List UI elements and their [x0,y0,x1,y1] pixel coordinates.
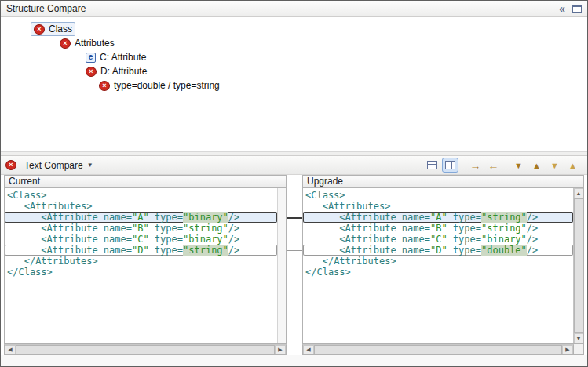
code-line[interactable]: </Class> [303,267,573,278]
code-line[interactable]: <Class> [303,190,573,201]
scroll-down-arrow-icon[interactable]: ▼ [574,333,583,343]
left-vertical-scrollbar[interactable] [277,188,286,343]
scroll-right-arrow-icon[interactable]: ▶ [562,345,573,354]
tree-item[interactable]: ×type=double / type=string [1,78,587,93]
diff-connector [287,217,302,219]
left-code[interactable]: <Class> <Attributes> <Attribute name="A"… [5,188,277,343]
scroll-thumb[interactable] [16,345,275,354]
compare-editor-window: Structure Compare « ×Class×AttributeseC:… [0,0,588,367]
tree-item-label: type=double / type=string [114,80,220,91]
code-line[interactable]: <Attribute name="B" type="string"/> [303,223,573,234]
scrollbar-corner [574,344,584,355]
text-compare-title: Text Compare [24,160,83,171]
previous-difference-icon[interactable]: ▲ [528,158,545,173]
left-code-area: <Class> <Attributes> <Attribute name="A"… [4,188,287,344]
code-line[interactable]: <Attribute name="C" type="binary"/> [5,234,277,245]
right-code-area: <Class> <Attributes> <Attribute name="A"… [302,188,584,344]
tree-item-label: Class [49,24,72,35]
minimize-view-icon[interactable]: « [559,3,565,14]
tree-item-label: Attributes [75,38,115,49]
code-line[interactable]: <Attributes> [5,201,277,212]
structure-compare-titlebar: Structure Compare « [1,1,587,17]
change-icon: × [60,38,71,49]
code-line[interactable]: <Attribute name="B" type="string"/> [5,223,277,234]
diff-connector [287,250,302,251]
scroll-left-arrow-icon[interactable]: ◀ [303,345,314,354]
diff-gutter [287,175,302,355]
code-line[interactable]: <Attribute name="D" type="double"/> [303,245,573,256]
change-icon: × [5,160,16,170]
two-way-compare-icon[interactable] [442,158,458,173]
tree-item[interactable]: eC: Attribute [1,50,587,64]
left-pane: Current <Class> <Attributes> <Attribute … [4,175,287,355]
tree-item-label: C: Attribute [100,52,146,63]
scroll-thumb[interactable] [574,198,583,333]
previous-change-icon[interactable]: ▲ [564,158,581,173]
maximize-view-icon[interactable] [572,5,582,13]
scroll-right-arrow-icon[interactable]: ▶ [275,345,286,354]
code-line[interactable]: <Class> [5,190,277,201]
code-line[interactable]: </Attributes> [5,256,277,267]
code-line[interactable]: <Attributes> [303,201,573,212]
text-compare-body: Current <Class> <Attributes> <Attribute … [1,175,587,355]
element-icon: e [86,53,96,63]
change-icon: × [86,67,97,77]
right-pane-header: Upgrade [302,175,584,188]
hide-ancestor-pane-icon[interactable] [424,158,440,173]
text-compare-toolbar: →←▼▲▼▲ [424,158,583,173]
next-difference-icon[interactable]: ▼ [510,158,527,173]
left-horizontal-scrollbar[interactable]: ◀ ▶ [4,344,287,355]
left-pane-header: Current [4,175,287,188]
text-compare-menu-dropdown-icon[interactable]: ▼ [87,162,93,169]
tree-item-label: D: Attribute [100,66,147,77]
right-vertical-scrollbar[interactable]: ▲ ▼ [573,188,583,343]
change-icon: × [99,81,110,91]
next-change-icon[interactable]: ▼ [546,158,563,173]
scroll-left-arrow-icon[interactable]: ◀ [5,345,16,354]
code-line[interactable]: </Class> [5,267,277,278]
code-line[interactable]: <Attribute name="A" type="binary"/> [5,212,277,223]
scroll-up-arrow-icon[interactable]: ▲ [574,188,583,198]
text-compare-header: × Text Compare ▼ →←▼▲▼▲ [1,155,587,175]
bottom-spacer [1,355,587,366]
tree-item[interactable]: ×Class [1,22,587,36]
copy-all-right-to-left-icon[interactable]: ← [485,158,502,173]
scroll-thumb[interactable] [314,345,562,354]
structure-compare-toolbar: « [559,3,582,14]
code-line[interactable]: </Attributes> [303,256,573,267]
right-horizontal-scrollbar[interactable]: ◀ ▶ [302,344,574,355]
tree-item[interactable]: ×D: Attribute [1,64,587,78]
structure-compare-title: Structure Compare [6,3,86,14]
change-icon: × [34,24,45,35]
code-line[interactable]: <Attribute name="D" type="string"/> [5,245,277,256]
code-line[interactable]: <Attribute name="A" type="string"/> [303,212,573,223]
right-pane: Upgrade <Class> <Attributes> <Attribute … [302,175,584,355]
structure-tree: ×Class×AttributeseC: Attribute×D: Attrib… [1,17,587,151]
code-line[interactable]: <Attribute name="C" type="binary"/> [303,234,573,245]
tree-item[interactable]: ×Attributes [1,36,587,50]
right-code[interactable]: <Class> <Attributes> <Attribute name="A"… [303,188,573,343]
copy-all-left-to-right-icon[interactable]: → [467,158,484,173]
